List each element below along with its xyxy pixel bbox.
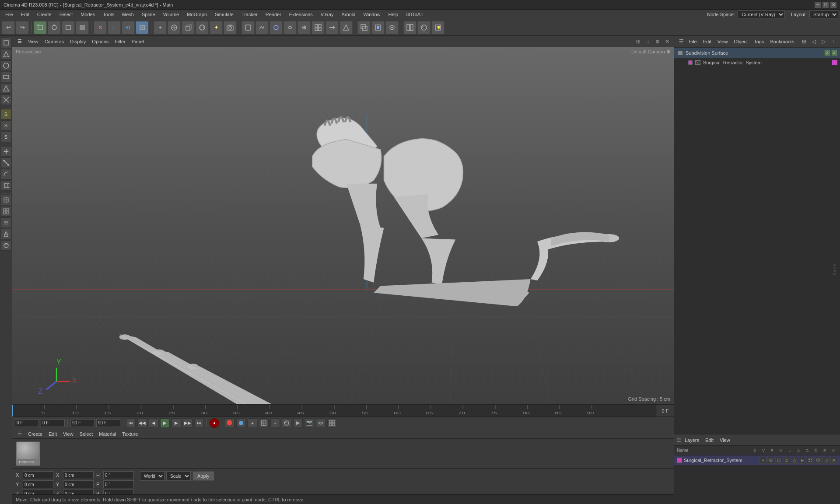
display-btn2[interactable] bbox=[417, 21, 430, 34]
display-mode-button[interactable] bbox=[403, 21, 416, 34]
rp-icon-filter[interactable]: ⊞ bbox=[800, 37, 808, 46]
menu-extensions[interactable]: Extensions bbox=[286, 11, 316, 18]
object-row-subdivision[interactable]: Subdivision Surface ✓ ✓ bbox=[674, 48, 840, 58]
end-frame-input1[interactable] bbox=[70, 419, 94, 427]
menu-window[interactable]: Window bbox=[360, 11, 384, 18]
viewport-menu-panel[interactable]: Panel bbox=[129, 38, 147, 45]
left-tool-lock[interactable] bbox=[1, 229, 11, 239]
mat-menu-select[interactable]: Select bbox=[77, 430, 96, 438]
p-input[interactable] bbox=[103, 480, 134, 488]
tool8[interactable] bbox=[284, 21, 297, 34]
transport-icon9[interactable] bbox=[316, 418, 326, 428]
mat-menu-create[interactable]: Create bbox=[25, 430, 45, 438]
transport-icon2[interactable] bbox=[236, 418, 246, 428]
transport-icon10[interactable] bbox=[327, 418, 337, 428]
layer-icon-s[interactable]: ● bbox=[760, 457, 766, 464]
menu-select[interactable]: Select bbox=[56, 11, 77, 18]
layout-select[interactable]: Startup bbox=[809, 10, 838, 18]
left-tool-4[interactable] bbox=[1, 72, 11, 82]
rp-menu-tags[interactable]: Tags bbox=[751, 38, 766, 45]
viewport[interactable]: X Y Z Perspective Default Camera ✽ Grid … bbox=[12, 47, 674, 404]
cube-button[interactable] bbox=[182, 21, 195, 34]
btn-next[interactable]: ▶ bbox=[172, 418, 181, 428]
left-tool-move[interactable] bbox=[1, 146, 11, 157]
apply-button[interactable]: Apply bbox=[192, 471, 214, 481]
sphere-button[interactable] bbox=[196, 21, 209, 34]
left-tool-layers[interactable] bbox=[1, 217, 11, 228]
layer-icon-l[interactable] bbox=[791, 457, 798, 464]
tool7[interactable] bbox=[270, 21, 283, 34]
menu-file[interactable]: File bbox=[2, 11, 17, 18]
rp-icon-expand[interactable]: ▷ bbox=[819, 37, 828, 46]
viewport-menu-view[interactable]: View bbox=[25, 38, 41, 45]
render-view-button[interactable] bbox=[371, 21, 385, 34]
transport-icon7[interactable]: ▶ bbox=[293, 418, 303, 428]
start-frame-input[interactable] bbox=[41, 419, 65, 427]
rp-hamburger[interactable]: ☰ bbox=[677, 37, 686, 46]
rp-menu-file[interactable]: File bbox=[686, 38, 700, 45]
tool6[interactable] bbox=[256, 21, 269, 34]
menu-help[interactable]: Help bbox=[385, 11, 402, 18]
rp-icon-collapse[interactable]: ↑ bbox=[829, 37, 837, 46]
menu-simulate[interactable]: Simulate bbox=[211, 11, 237, 18]
menu-edit[interactable]: Edit bbox=[18, 11, 33, 18]
timeline-ruler[interactable]: 5 10 15 20 25 30 35 40 45 bbox=[12, 405, 656, 417]
rotate-tool-button[interactable]: ⟲ bbox=[122, 21, 135, 34]
transport-icon8[interactable]: 📷 bbox=[304, 418, 314, 428]
transport-icon3[interactable]: ● bbox=[248, 418, 257, 428]
menu-volume[interactable]: Volume bbox=[160, 11, 183, 18]
btn-play[interactable]: ▶ bbox=[160, 418, 170, 428]
restore-button[interactable]: □ bbox=[822, 2, 829, 8]
btn-prev-key[interactable]: ◀◀ bbox=[137, 418, 147, 428]
left-tool-S2[interactable]: S bbox=[1, 120, 11, 131]
viewport-menu-icon[interactable]: ☰ bbox=[15, 38, 24, 45]
layer-icon-m[interactable] bbox=[783, 457, 790, 464]
world-select[interactable]: World bbox=[140, 471, 164, 481]
viewport-menu-options[interactable]: Options bbox=[89, 38, 111, 45]
layer-icon-x[interactable] bbox=[830, 457, 837, 464]
left-tool-grid[interactable] bbox=[1, 195, 11, 205]
menu-tools[interactable]: Tools bbox=[99, 11, 118, 18]
left-tool-scale[interactable] bbox=[1, 180, 11, 191]
scale-select[interactable]: Scale bbox=[166, 471, 191, 481]
viewport-icon-maximize[interactable]: ⊞ bbox=[634, 38, 642, 46]
x-pos-input[interactable] bbox=[23, 471, 53, 479]
redo-button[interactable]: ↪ bbox=[16, 21, 29, 34]
layers-menu-layers[interactable]: Layers bbox=[682, 437, 702, 444]
node-space-select[interactable]: Current (V-Ray) bbox=[738, 10, 785, 18]
left-tool-curve[interactable] bbox=[1, 169, 11, 179]
rp-menu-edit[interactable]: Edit bbox=[700, 38, 714, 45]
rp-menu-bookmarks[interactable]: Bookmarks bbox=[767, 38, 797, 45]
record-button[interactable]: ● bbox=[210, 418, 219, 428]
move-tool-button[interactable]: ✕ bbox=[94, 21, 107, 34]
object-row-surgical[interactable]: Surgical_Retractor_System bbox=[674, 58, 840, 67]
rp-menu-view[interactable]: View bbox=[715, 38, 731, 45]
x-size-input[interactable] bbox=[63, 471, 94, 479]
left-tool-line[interactable] bbox=[1, 158, 11, 168]
tool11[interactable] bbox=[326, 21, 339, 34]
model-mode-button[interactable] bbox=[34, 21, 47, 34]
left-tool-last[interactable] bbox=[1, 240, 11, 251]
viewport-icon-settings[interactable]: ⊕ bbox=[654, 38, 662, 46]
menu-render[interactable]: Render bbox=[262, 11, 285, 18]
menu-tracker[interactable]: Tracker bbox=[238, 11, 261, 18]
material-swatch[interactable]: Retracto... bbox=[16, 441, 40, 466]
layer-icon-g[interactable] bbox=[807, 457, 814, 464]
mat-menu-edit[interactable]: Edit bbox=[46, 430, 60, 438]
edge-mode-button[interactable] bbox=[62, 21, 75, 34]
transport-icon1[interactable]: 🔴 bbox=[225, 418, 234, 428]
btn-prev[interactable]: ◀ bbox=[149, 418, 158, 428]
undo-button[interactable]: ↩ bbox=[2, 21, 15, 34]
tool5[interactable] bbox=[242, 21, 255, 34]
menu-create[interactable]: Create bbox=[34, 11, 55, 18]
btn-go-end[interactable]: ⏭ bbox=[194, 418, 204, 428]
btn-next-key[interactable]: ▶▶ bbox=[183, 418, 192, 428]
render-button[interactable] bbox=[357, 21, 371, 34]
menu-spline[interactable]: Spline bbox=[138, 11, 159, 18]
layer-row-surgical[interactable]: Surgical_Retractor_System ● bbox=[674, 455, 840, 465]
h-input[interactable] bbox=[103, 471, 134, 479]
current-frame-input[interactable] bbox=[15, 419, 39, 427]
end-frame-input2[interactable] bbox=[96, 419, 120, 427]
layer-icon-a[interactable]: ▶ bbox=[799, 457, 806, 464]
mat-menu-material[interactable]: Material bbox=[96, 430, 119, 438]
